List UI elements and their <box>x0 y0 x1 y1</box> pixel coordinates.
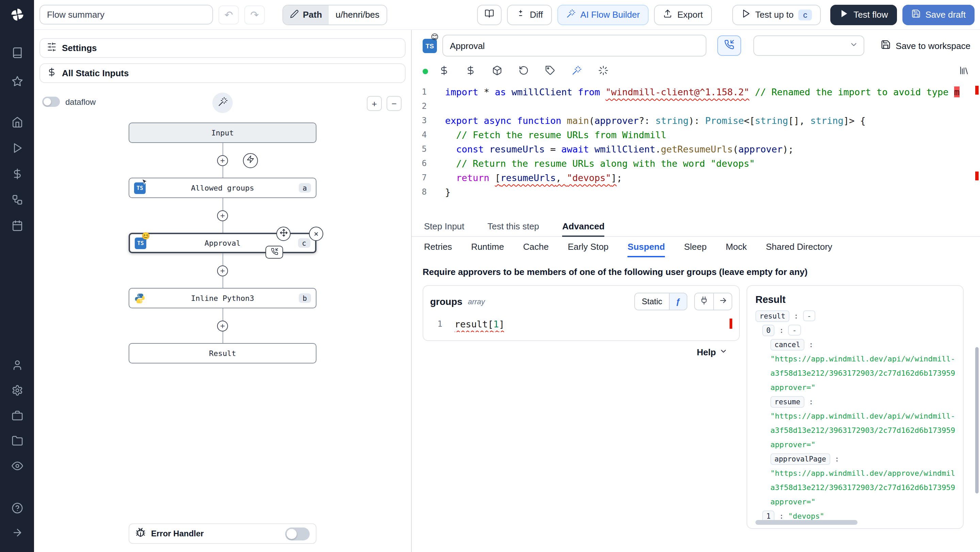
add-step-button[interactable]: + <box>217 265 228 276</box>
diff-label: Diff <box>530 10 543 20</box>
add-step-button[interactable]: + <box>217 320 228 331</box>
flow-graph: dataflow + − Input + <box>40 92 406 552</box>
ai-flow-builder-label: AI Flow Builder <box>581 10 640 20</box>
windmill-logo <box>10 8 24 24</box>
dependencies-button[interactable] <box>492 65 502 78</box>
tab-advanced[interactable]: Advanced <box>562 217 605 237</box>
tab-step-input[interactable]: Step Input <box>424 217 465 237</box>
path-button[interactable]: Path <box>283 5 329 24</box>
node-id-badge: a <box>298 183 311 192</box>
save-to-workspace-label: Save to workspace <box>896 40 970 51</box>
delete-step-button[interactable]: ✕ <box>309 227 323 241</box>
dataflow-toggle[interactable] <box>42 97 60 107</box>
redo-button[interactable]: ↷ <box>244 5 265 24</box>
sidebar-item-home[interactable] <box>5 115 29 132</box>
node-inline-python[interactable]: Inline Python3 b <box>129 288 317 308</box>
python-icon <box>134 292 146 304</box>
subtab-cache[interactable]: Cache <box>523 237 549 257</box>
sidebar-item-variables[interactable] <box>5 166 29 184</box>
node-allowed-groups[interactable]: TS Allowed groups a <box>129 178 317 198</box>
ai-builder-button[interactable] <box>212 92 233 113</box>
node-id-badge: c <box>298 238 310 248</box>
fx-segment[interactable]: ƒ <box>669 293 687 310</box>
subtab-sleep[interactable]: Sleep <box>684 237 707 257</box>
subtab-retries[interactable]: Retries <box>424 237 452 257</box>
ai-flow-builder-button[interactable]: AI Flow Builder <box>557 5 649 25</box>
dollar-icon <box>439 65 449 78</box>
bolt-icon <box>247 155 255 165</box>
error-handler-toggle[interactable] <box>285 527 310 540</box>
settings-row[interactable]: Settings <box>40 38 406 58</box>
code-editor[interactable]: 1import * as wmillClient from "windmill-… <box>412 82 980 217</box>
plus-icon: + <box>220 156 225 164</box>
subtab-early-stop[interactable]: Early Stop <box>568 237 608 257</box>
add-step-button[interactable]: + <box>217 155 228 166</box>
static-toggle[interactable]: Static ƒ <box>634 293 687 310</box>
ai-gen-button[interactable] <box>572 65 582 78</box>
groups-expression-editor[interactable]: 1result[1] <box>430 317 732 332</box>
sidebar-collapse-button[interactable] <box>5 525 29 542</box>
sidebar-item-runs[interactable] <box>5 140 29 158</box>
flow-summary-input[interactable] <box>40 5 213 24</box>
subtab-suspend[interactable]: Suspend <box>627 237 665 257</box>
plug-button[interactable] <box>695 293 713 310</box>
help-dropdown[interactable]: Help <box>423 347 740 357</box>
subtab-runtime[interactable]: Runtime <box>471 237 504 257</box>
result-horizontal-scrollbar[interactable] <box>756 520 858 525</box>
sidebar-item-help[interactable] <box>5 500 29 518</box>
path-label: Path <box>303 10 322 20</box>
tag-button[interactable] <box>545 65 555 78</box>
phone-incoming-icon <box>724 40 734 52</box>
sidebar-item-audit-logs[interactable] <box>5 458 29 476</box>
ai-regenerate-button[interactable] <box>598 65 608 78</box>
node-approval[interactable]: TS😊 Approval c ✕ <box>129 233 317 253</box>
step-name-input[interactable] <box>442 35 706 56</box>
library-button[interactable] <box>959 65 969 78</box>
zoom-out-button[interactable]: − <box>387 96 401 111</box>
trigger-button[interactable] <box>243 153 258 168</box>
sidebar-item-workers[interactable] <box>5 408 29 425</box>
add-step-button[interactable]: + <box>217 210 228 221</box>
sidebar-item-logo[interactable] <box>5 7 29 24</box>
subtab-shared-directory[interactable]: Shared Directory <box>766 237 832 257</box>
wand-icon <box>572 65 582 78</box>
add-resource-button[interactable] <box>466 65 476 78</box>
export-button[interactable]: Export <box>654 5 711 25</box>
zoom-in-button[interactable]: + <box>367 96 382 111</box>
subtab-mock[interactable]: Mock <box>726 237 747 257</box>
sidebar-item-schedules[interactable] <box>5 218 29 235</box>
path-control[interactable]: Path u/henri/bes <box>282 5 387 25</box>
arrow-right-icon <box>718 296 727 307</box>
tab-test-this-step[interactable]: Test this step <box>488 217 539 237</box>
add-variable-button[interactable] <box>439 65 449 78</box>
docs-button[interactable] <box>477 5 501 25</box>
result-title: Result <box>756 294 955 305</box>
apply-button[interactable] <box>713 293 732 310</box>
panel-vertical-scrollbar[interactable] <box>975 347 978 493</box>
node-input[interactable]: Input <box>129 122 317 143</box>
save-draft-button[interactable]: Save draft <box>902 5 975 25</box>
folder-icon <box>11 435 23 449</box>
static-inputs-row[interactable]: All Static Inputs <box>40 63 406 83</box>
node-result[interactable]: Result <box>129 343 317 363</box>
sidebar-item-flows[interactable] <box>5 192 29 210</box>
save-to-workspace-button[interactable]: Save to workspace <box>881 40 970 52</box>
test-flow-button[interactable]: Test flow <box>830 5 897 25</box>
test-up-to-badge: c <box>798 9 812 20</box>
sidebar-item-user[interactable] <box>5 357 29 375</box>
test-up-to-label: Test up to <box>756 10 794 20</box>
sidebar-item-favorites[interactable] <box>5 73 29 91</box>
reset-button[interactable] <box>519 65 529 78</box>
edge-connector: + <box>222 143 223 178</box>
move-step-button[interactable] <box>276 227 291 241</box>
suspend-toggle-button[interactable] <box>717 35 741 56</box>
static-segment[interactable]: Static <box>635 293 669 310</box>
sidebar-item-folders[interactable] <box>5 433 29 450</box>
undo-button[interactable]: ↶ <box>218 5 239 24</box>
sidebar-item-docs[interactable] <box>5 45 29 63</box>
sidebar-item-settings[interactable] <box>5 383 29 400</box>
diff-button[interactable]: Diff <box>507 5 552 25</box>
error-handler-row[interactable]: Error Handler <box>129 523 317 544</box>
test-up-to-button[interactable]: Test up toc <box>732 5 821 25</box>
script-kind-select[interactable] <box>753 35 864 56</box>
